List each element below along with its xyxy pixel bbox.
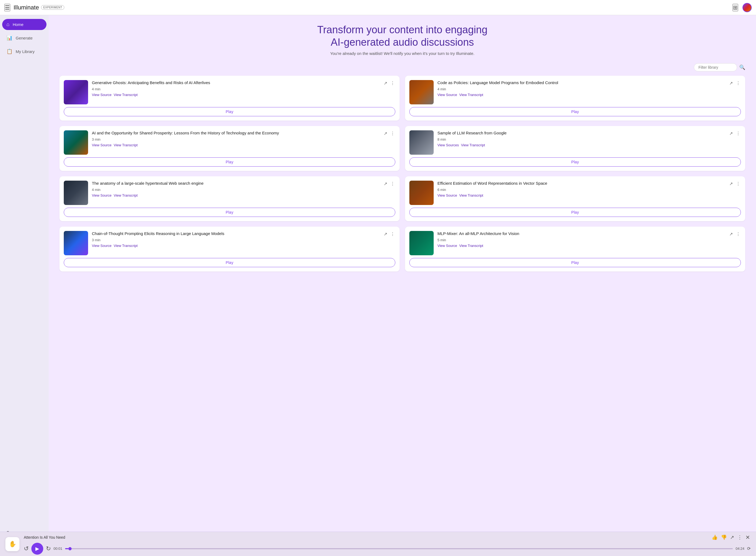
share-icon[interactable]: ↗ — [729, 231, 733, 237]
play-button[interactable]: Play — [64, 107, 395, 116]
sidebar-item-my-library[interactable]: 📋 My Library — [2, 46, 46, 57]
more-options-icon[interactable]: ⋮ — [390, 181, 395, 187]
thumbs-up-button[interactable]: 👍 — [711, 534, 718, 541]
view-transcript-link[interactable]: View Transcript — [114, 194, 138, 198]
card-links: View Sources View Transcript — [438, 143, 725, 147]
share-icon[interactable]: ↗ — [729, 181, 733, 187]
thumbs-down-button[interactable]: 👎 — [720, 534, 727, 541]
card-actions: ↗ ⋮ — [729, 181, 741, 187]
card-thumbnail — [409, 231, 434, 255]
card-top: Generative Ghosts: Anticipating Benefits… — [64, 80, 395, 104]
more-options-icon[interactable]: ⋮ — [390, 80, 395, 86]
view-source-link[interactable]: View Source — [438, 194, 457, 198]
view-source-link[interactable]: View Source — [92, 244, 112, 248]
card-thumbnail — [409, 130, 434, 155]
view-transcript-link[interactable]: View Transcript — [114, 244, 138, 248]
table-row: AI and the Opportunity for Shared Prospe… — [60, 126, 400, 171]
card-title: AI and the Opportunity for Shared Prospe… — [92, 130, 379, 136]
card-info: The anatomy of a large-scale hypertextua… — [92, 181, 379, 198]
view-transcript-link[interactable]: View Transcript — [459, 93, 483, 97]
filter-input[interactable] — [694, 63, 737, 71]
total-duration: 04:24 — [735, 547, 744, 551]
view-transcript-link[interactable]: View Transcript — [114, 143, 138, 147]
player-share-button[interactable]: ↗ — [729, 534, 735, 541]
view-source-link[interactable]: View Sources — [438, 143, 459, 147]
card-actions: ↗ ⋮ — [383, 130, 395, 137]
search-icon[interactable]: 🔍 — [739, 64, 745, 70]
content-area: Transform your content into engaging AI-… — [49, 15, 756, 556]
share-icon[interactable]: ↗ — [383, 130, 388, 137]
view-transcript-link[interactable]: View Transcript — [461, 143, 485, 147]
view-source-link[interactable]: View Source — [438, 244, 457, 248]
card-thumbnail — [64, 130, 88, 155]
more-options-icon[interactable]: ⋮ — [390, 130, 395, 137]
more-options-icon[interactable]: ⋮ — [735, 231, 741, 237]
view-source-link[interactable]: View Source — [92, 194, 112, 198]
card-title: MLP-Mixer: An all-MLP Architecture for V… — [438, 231, 725, 236]
share-icon[interactable]: ↗ — [383, 80, 388, 86]
share-icon[interactable]: ↗ — [383, 181, 388, 187]
play-button[interactable]: Play — [409, 258, 741, 267]
hero-subtitle: You're already on the waitlist! We'll no… — [60, 51, 745, 56]
play-button[interactable]: Play — [409, 107, 741, 116]
more-options-icon[interactable]: ⋮ — [735, 80, 741, 86]
table-row: Efficient Estimation of Word Representat… — [405, 176, 745, 221]
share-icon[interactable]: ↗ — [729, 130, 733, 137]
share-icon[interactable]: ↗ — [729, 80, 733, 86]
card-duration: 4 min — [92, 188, 379, 192]
play-button[interactable]: Play — [64, 258, 395, 267]
share-icon[interactable]: ↗ — [383, 231, 388, 237]
app-name: Illuminate — [13, 4, 39, 11]
card-duration: 3 min — [92, 238, 379, 242]
card-info: AI and the Opportunity for Shared Prospe… — [92, 130, 379, 147]
view-transcript-link[interactable]: View Transcript — [459, 244, 483, 248]
play-button[interactable]: Play — [409, 208, 741, 217]
card-links: View Source View Transcript — [438, 93, 725, 97]
card-links: View Source View Transcript — [438, 194, 725, 198]
close-player-button[interactable]: ✕ — [745, 533, 751, 541]
sidebar-item-generate[interactable]: 📊 Generate — [2, 32, 46, 43]
home-icon: ⌂ — [6, 22, 9, 27]
skip-back-button[interactable]: ↺ — [24, 545, 29, 552]
view-source-link[interactable]: View Source — [438, 93, 457, 97]
card-title: Chain-of-Thought Prompting Elicits Reaso… — [92, 231, 379, 236]
experiment-badge: EXPERIMENT — [41, 5, 64, 10]
topbar-left: ☰ Illuminate EXPERIMENT — [4, 4, 64, 11]
card-info: Code as Policies: Language Model Program… — [438, 80, 725, 97]
view-source-link[interactable]: View Source — [92, 93, 112, 97]
progress-dot — [68, 547, 72, 550]
card-thumbnail — [64, 80, 88, 104]
play-pause-button[interactable]: ▶ — [31, 543, 43, 555]
sidebar-item-generate-label: Generate — [16, 36, 33, 40]
topbar-right: ⊞ — [732, 3, 752, 12]
avatar[interactable] — [743, 3, 752, 12]
grid-icon[interactable]: ⊞ — [732, 4, 738, 11]
card-title: Sample of LLM Research from Google — [438, 130, 725, 136]
card-thumbnail — [64, 231, 88, 255]
more-options-icon[interactable]: ⋮ — [390, 231, 395, 237]
play-button[interactable]: Play — [64, 158, 395, 167]
play-button[interactable]: Play — [64, 208, 395, 217]
view-transcript-link[interactable]: View Transcript — [459, 194, 483, 198]
view-source-link[interactable]: View Source — [92, 143, 112, 147]
sidebar-item-home[interactable]: ⌂ Home — [2, 19, 46, 30]
card-actions: ↗ ⋮ — [383, 80, 395, 86]
more-options-icon[interactable]: ⋮ — [735, 130, 741, 137]
card-thumbnail — [64, 181, 88, 205]
topbar: ☰ Illuminate EXPERIMENT ⊞ — [0, 0, 756, 15]
player-action-buttons: 👍 👎 ↗ ⋮ ✕ — [711, 533, 751, 541]
player-title: Attention Is All You Need — [24, 535, 65, 540]
player-more-button[interactable]: ⋮ — [737, 534, 743, 541]
hamburger-icon[interactable]: ☰ — [4, 4, 10, 11]
skip-forward-button[interactable]: ↻ — [46, 545, 51, 552]
play-button[interactable]: Play — [409, 158, 741, 167]
view-transcript-link[interactable]: View Transcript — [114, 93, 138, 97]
player-controls: Attention Is All You Need 👍 👎 ↗ ⋮ ✕ ↺ ▶ … — [24, 533, 751, 555]
sidebar-item-library-label: My Library — [16, 49, 35, 54]
card-top: The anatomy of a large-scale hypertextua… — [64, 181, 395, 205]
loop-button[interactable]: ⟳ — [747, 546, 751, 551]
progress-bar[interactable] — [65, 548, 733, 549]
cards-grid: Generative Ghosts: Anticipating Benefits… — [60, 76, 745, 272]
card-links: View Source View Transcript — [92, 244, 379, 248]
more-options-icon[interactable]: ⋮ — [735, 181, 741, 187]
